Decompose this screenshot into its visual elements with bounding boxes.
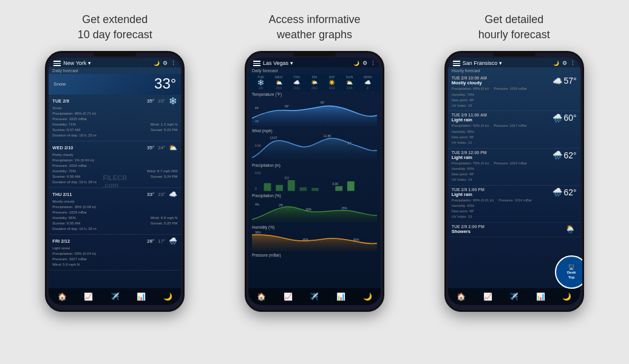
nav-chart-g[interactable]: 📈 <box>284 292 293 301</box>
pressure-label: Pressure (mBar) <box>248 252 381 258</box>
nav-moon-g[interactable]: 🌙 <box>363 292 372 301</box>
svg-text:3.7: 3.7 <box>347 142 352 145</box>
daily-label-graphs: Daily forecast <box>248 67 381 74</box>
nav-home[interactable]: 🏠 <box>58 292 67 301</box>
svg-text:55°: 55° <box>321 102 325 105</box>
forecast-tue: TUE 2/9 35° 23° ❄️ Snow Precipitation: 9… <box>49 95 181 141</box>
nav-chart-h[interactable]: 📈 <box>483 292 492 301</box>
svg-text:0.06: 0.06 <box>332 183 338 186</box>
more-icon-graphs[interactable]: ⋮ <box>370 60 376 66</box>
nav-moon-h[interactable]: 🌙 <box>562 292 571 301</box>
main-weather: Snow 33° <box>49 74 181 95</box>
svg-text:0.2: 0.2 <box>285 177 289 180</box>
phone-graphs-screen: Las Vegas ▾ 🌙 ⚙ ⋮ Daily forecast TUE ❄️ … <box>248 58 381 305</box>
precip-in-area: 0.2 0.06 0.01 0 <box>252 168 377 191</box>
feature-hourly-title: Get detailedhourly forecast <box>478 12 550 42</box>
moon-icon: 🌙 <box>154 61 160 66</box>
nav-chart[interactable]: 📈 <box>84 292 93 301</box>
nav-plane[interactable]: ✈️ <box>110 292 120 301</box>
menu-icon-graphs[interactable] <box>253 61 260 66</box>
svg-text:64°: 64° <box>255 107 259 110</box>
main-temp: 33° <box>154 75 176 92</box>
wind-graph-label: Wind (mph) <box>248 127 381 133</box>
city-name-graphs: Las Vegas ▾ <box>263 60 293 66</box>
nav-bar[interactable]: 📊 <box>137 292 146 301</box>
wind-graph-section: Wind (mph) 13.67 <box>248 127 381 161</box>
gear-icon-hourly[interactable]: ⚙ <box>562 60 567 66</box>
svg-text:36%: 36% <box>255 232 261 235</box>
svg-rect-8 <box>264 183 271 191</box>
menu-icon-hourly[interactable] <box>453 61 460 66</box>
moon-icon-graphs: 🌙 <box>353 61 359 66</box>
features-row: Get extended10 day forecast New York ▾ 🌙… <box>18 12 611 312</box>
nav-bar-g[interactable]: 📊 <box>336 292 345 301</box>
more-icon[interactable]: ⋮ <box>171 60 176 66</box>
humidity-section: Humidity (%) 36% <box>248 224 381 251</box>
day-scroll[interactable]: TUE ❄️ 2/9 WED ⛅ 2/10 THU ☁️ 2/11 <box>248 74 381 91</box>
svg-text:48°: 48° <box>255 120 259 123</box>
day-scroll-tue: TUE ❄️ 2/9 <box>257 75 264 90</box>
bottom-nav-daily: 🏠 📈 ✈️ 📊 🌙 <box>49 288 181 305</box>
phone-hourly: San Fransisco ▾ 🌙 ⚙ ⋮ Hourly forecast TU… <box>444 51 584 312</box>
status-bar-daily: New York ▾ 🌙 ⚙ ⋮ <box>49 58 181 67</box>
watermark: FILECR.com <box>103 174 127 189</box>
more-icon-hourly[interactable]: ⋮ <box>570 60 576 66</box>
precip-in-section: Precipitation (in) 0.2 0.06 0 <box>248 162 381 191</box>
city-name-daily: New York ▾ <box>63 60 91 66</box>
hourly-forecast-label: Hourly forecast <box>448 67 580 74</box>
day-scroll-thu: THU ☁️ 2/11 <box>293 75 300 90</box>
status-bar-graphs: Las Vegas ▾ 🌙 ⚙ ⋮ <box>248 58 381 67</box>
nav-plane-g[interactable]: ✈️ <box>310 292 319 301</box>
svg-text:2%: 2% <box>279 204 284 207</box>
feature-graphs: Access informativeweather graphs Las Veg… <box>218 12 412 312</box>
phone-daily: New York ▾ 🌙 ⚙ ⋮ Daily forecast Snow 33° <box>45 51 185 312</box>
wind-graph-area: 13.67 11.88 6.84 3.7 <box>252 133 377 161</box>
nav-bar-h[interactable]: 📊 <box>536 292 545 301</box>
nav-plane-h[interactable]: ✈️ <box>509 292 518 301</box>
gear-icon-graphs[interactable]: ⚙ <box>362 60 367 66</box>
phone-daily-screen: New York ▾ 🌙 ⚙ ⋮ Daily forecast Snow 33° <box>49 58 181 305</box>
menu-icon[interactable] <box>53 61 61 66</box>
svg-text:13.67: 13.67 <box>270 137 277 140</box>
hourly-1200: TUE 2/9 12:00 PM Light rain 🌧️ 62° Preci… <box>448 149 580 186</box>
temp-graph-section: Temperature (°F) 64° <box>248 91 381 126</box>
forecast-fri: FRI 2/12 28° 17° 🌨️ Light snow Precipita… <box>49 235 181 271</box>
day-scroll-sat: SAT ☀️ 2/14 <box>328 75 335 90</box>
day-scroll-sun: SUN ⛅ 2/16 <box>346 75 353 90</box>
nav-moon[interactable]: 🌙 <box>163 292 172 301</box>
precip-pct-area: 4% 2% 29% 15% <box>252 198 377 223</box>
feature-graphs-title: Access informativeweather graphs <box>268 12 360 42</box>
svg-text:60°: 60° <box>285 106 289 109</box>
svg-rect-10 <box>288 180 295 191</box>
svg-text:0.01: 0.01 <box>255 172 261 175</box>
phone-graphs: Las Vegas ▾ 🌙 ⚙ ⋮ Daily forecast TUE ❄️ … <box>245 51 384 312</box>
svg-text:29%: 29% <box>305 208 311 211</box>
svg-text:4%: 4% <box>255 204 260 207</box>
precip-pct-section: Precipitation (%) 4% <box>248 192 381 223</box>
feature-daily-title: Get extended10 day forecast <box>78 12 152 42</box>
bottom-nav-graphs: 🏠 📈 ✈️ 📊 🌙 <box>248 288 381 305</box>
gear-icon[interactable]: ⚙ <box>163 60 168 66</box>
day-scroll-mon: MON ☁️ 2/ <box>364 75 372 90</box>
nav-home-g[interactable]: 🏠 <box>257 292 266 301</box>
svg-rect-13 <box>335 186 342 191</box>
svg-text:15%: 15% <box>341 207 347 210</box>
svg-rect-12 <box>311 188 319 191</box>
hourly-1100: TUE 2/9 11:00 AM Light rain 🌧️ 60° Preci… <box>448 111 580 148</box>
feature-daily: Get extended10 day forecast New York ▾ 🌙… <box>18 12 212 312</box>
humidity-label: Humidity (%) <box>248 224 381 230</box>
svg-text:6.84: 6.84 <box>255 144 261 147</box>
humidity-area: 36% 45% 90% <box>252 230 377 251</box>
main-condition: Snow <box>53 81 66 87</box>
hourly-1300: TUE 2/9 1:00 PM Light rain 🌧️ 62° Precip… <box>448 186 580 223</box>
precip-pct-label: Precipitation (%) <box>248 192 381 198</box>
day-scroll-wed: WED ⛅ 2/10 <box>275 75 283 90</box>
precip-in-label: Precipitation (in) <box>248 162 381 168</box>
nav-home-h[interactable]: 🏠 <box>457 292 466 301</box>
moon-icon-hourly: 🌙 <box>553 61 559 66</box>
hourly-1000: TUE 2/9 10:00 AM Mostly cloudy ☁️ 57° Pr… <box>448 74 580 111</box>
temp-graph-label: Temperature (°F) <box>248 91 381 97</box>
bottom-nav-hourly: 🏠 📈 ✈️ 📊 🌙 <box>448 288 580 305</box>
svg-rect-9 <box>276 185 283 191</box>
temp-graph-area: 64° 60° 55° 48° <box>252 97 377 126</box>
